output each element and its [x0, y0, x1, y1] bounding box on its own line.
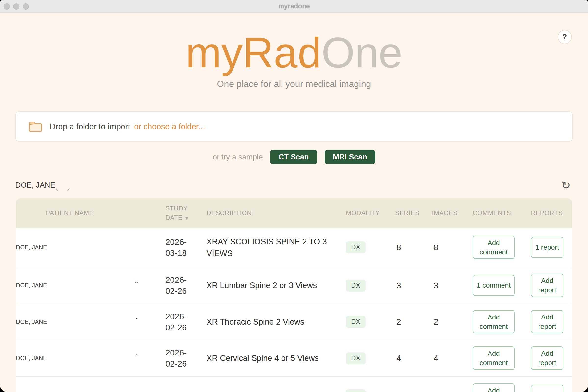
choose-folder-link[interactable]: or choose a folder... [134, 122, 205, 131]
ct-scan-sample-button[interactable]: CT Scan [270, 150, 317, 164]
column-header-patient-name: PATIENT NAME [16, 208, 166, 218]
series-count-cell: 8 [395, 242, 432, 252]
patient-section-label: DOE, JANE [15, 181, 55, 190]
comment-button[interactable]: Add comment [472, 384, 515, 392]
comment-button[interactable]: Add comment [472, 346, 515, 370]
mri-scan-sample-button[interactable]: MRI Scan [324, 150, 376, 164]
artifact-caret: ˆ [136, 281, 138, 288]
sort-descending-icon: ▼ [184, 215, 190, 221]
column-header-reports: REPORTS [531, 208, 572, 218]
report-button[interactable]: 1 report [531, 385, 564, 392]
images-count-cell: 2 [432, 317, 472, 326]
series-count-cell: 2 [395, 317, 432, 326]
app-logo: myRadOne [0, 31, 588, 74]
modality-badge: DX [346, 241, 366, 253]
study-date-cell: 2026-02-26 [166, 347, 206, 369]
images-count-cell: 8 [432, 242, 472, 252]
refresh-button[interactable]: ↻ [559, 178, 573, 192]
column-header-comments: COMMENTS [472, 208, 531, 218]
app-tagline: One place for all your medical imaging [0, 79, 588, 89]
description-cell: XRAY SCOLIOSIS SPINE 2 TO 3 VIEWS [206, 236, 346, 259]
table-row[interactable]: 2026- DX Add comment 1 report [16, 377, 572, 392]
description-cell: XR Cervical Spine 4 or 5 Views [206, 352, 346, 364]
column-header-modality: MODALITY [346, 208, 395, 218]
report-button[interactable]: Add report [531, 310, 564, 334]
logo-text-primary: myRad [186, 29, 321, 76]
series-count-cell: 4 [395, 354, 432, 363]
table-row[interactable]: DOE, JANE 2026-03-18 XRAY SCOLIOSIS SPIN… [16, 228, 572, 267]
column-header-study-date[interactable]: STUDY DATE ▼ [166, 204, 206, 222]
patient-name-cell: DOE, JANE [16, 318, 47, 325]
folder-drop-zone[interactable]: Drop a folder to import or choose a fold… [16, 112, 572, 142]
report-button[interactable]: Add report [531, 274, 564, 297]
report-button[interactable]: Add report [531, 346, 564, 370]
modality-badge: DX [346, 352, 366, 364]
study-date-cell: 2026-03-18 [166, 236, 206, 258]
comment-button[interactable]: 1 comment [472, 275, 515, 296]
artifact-mark [56, 188, 58, 191]
sample-row: or try a sample CT Scan MRI Scan [0, 150, 588, 164]
logo-text-secondary: One [322, 29, 402, 76]
description-cell: XR Lumbar Spine 2 or 3 Views [206, 280, 346, 291]
modality-badge: DX [346, 389, 366, 392]
images-count-cell: 4 [432, 354, 472, 363]
study-date-cell: 2026-02-26 [166, 311, 206, 333]
column-header-images: IMAGES [432, 208, 472, 218]
sample-prompt-label: or try a sample [213, 153, 263, 162]
table-row[interactable]: DOE, JANEˆ 2026-02-26 XR Thoracic Spine … [16, 304, 572, 340]
column-header-series: SERIES [395, 208, 432, 218]
artifact-caret: ˆ [136, 354, 138, 362]
question-mark-icon: ? [562, 32, 567, 42]
window-title: myradone [278, 2, 310, 10]
column-header-description: DESCRIPTION [206, 208, 346, 218]
patient-name-cell: DOE, JANE [16, 355, 47, 362]
title-bar: myradone [0, 0, 588, 13]
folder-icon [29, 121, 42, 132]
artifact-caret: ˆ [136, 317, 138, 325]
patient-name-cell: DOE, JANE [16, 244, 47, 251]
window-controls [4, 0, 29, 13]
description-cell: XR Thoracic Spine 2 Views [206, 316, 346, 328]
studies-table: PATIENT NAME STUDY DATE ▼ DESCRIPTION MO… [16, 198, 572, 392]
patient-name-cell: DOE, JANE [16, 282, 47, 288]
table-header-row: PATIENT NAME STUDY DATE ▼ DESCRIPTION MO… [16, 198, 572, 228]
study-date-cell: 2026- [166, 390, 206, 392]
drop-folder-label: Drop a folder to import [50, 122, 130, 131]
refresh-icon: ↻ [561, 178, 571, 192]
table-row[interactable]: DOE, JANEˆ 2026-02-26 XR Cervical Spine … [16, 340, 572, 377]
images-count-cell: 3 [432, 281, 472, 290]
app-window: myradone myRadOne One place for all your… [0, 0, 588, 392]
modality-badge: DX [346, 280, 366, 292]
study-date-cell: 2026-02-26 [166, 274, 206, 296]
artifact-mark [68, 188, 70, 191]
table-row[interactable]: DOE, JANEˆ 2026-02-26 XR Lumbar Spine 2 … [16, 267, 572, 304]
close-window-button[interactable] [4, 4, 10, 10]
help-button[interactable]: ? [558, 30, 572, 44]
comment-button[interactable]: Add comment [472, 236, 515, 259]
series-count-cell: 3 [395, 281, 432, 290]
minimize-window-button[interactable] [13, 4, 19, 10]
comment-button[interactable]: Add comment [472, 310, 515, 334]
maximize-window-button[interactable] [23, 4, 29, 10]
report-button[interactable]: 1 report [531, 237, 564, 258]
modality-badge: DX [346, 316, 366, 328]
